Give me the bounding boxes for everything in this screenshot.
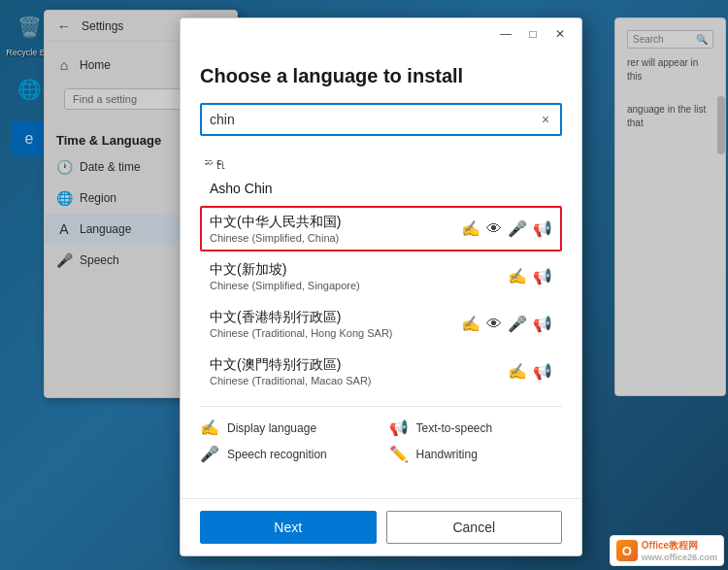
lang-zh-hk-sub: Chinese (Traditional, Hong Kong SAR) <box>210 327 393 339</box>
lang-zh-hk-icons: ✍ 👁 🎤 📢 <box>461 315 552 333</box>
modal-footer: Next Cancel <box>181 498 581 555</box>
lang-zh-cn-name: 中文(中华人民共和国) <box>210 214 341 231</box>
lang-item-zh-mo[interactable]: 中文(澳門特别行政區) Chinese (Traditional, Macao … <box>200 349 562 394</box>
mic-icon: 🎤 <box>508 219 527 238</box>
lang-item-zh-hk[interactable]: 中文(香港特别行政區) Chinese (Traditional, Hong K… <box>200 301 562 347</box>
language-search-input[interactable] <box>202 106 531 133</box>
legend-speech-label: Speech recognition <box>227 448 327 461</box>
lang-item-zh-hk-row: 中文(香港特别行政區) Chinese (Traditional, Hong K… <box>210 309 552 339</box>
legend-speech: 🎤 Speech recognition <box>200 445 374 463</box>
lang-asho-chin-name: Asho Chin <box>210 181 273 196</box>
lang-item-asho-chin-row: Asho Chin <box>210 181 552 196</box>
legend-tts: 📢 Text-to-speech <box>389 419 563 437</box>
ocr-icon: 👁 <box>486 220 502 238</box>
minimize-button[interactable]: — <box>492 20 519 48</box>
lang-item-asho-chin[interactable]: Asho Chin <box>200 173 562 204</box>
zh-hk-handwriting-icon: ✍ <box>461 315 480 333</box>
lang-group-header: ဆရုး <box>200 151 562 173</box>
watermark-text: Office教程网 www.office26.com <box>642 539 717 562</box>
search-clear-button[interactable]: × <box>531 105 560 134</box>
watermark-icon: O <box>616 540 638 561</box>
legend-handwriting-icon: ✏️ <box>389 445 409 463</box>
lang-zh-mo-sub: Chinese (Traditional, Macao SAR) <box>210 375 372 386</box>
lang-item-zh-sg-row: 中文(新加坡) Chinese (Simplified, Singapore) … <box>210 261 552 291</box>
cancel-button[interactable]: Cancel <box>386 511 563 544</box>
modal-titlebar: — □ ✕ <box>181 18 581 50</box>
lang-zh-hk-name: 中文(香港特别行政區) <box>210 309 393 326</box>
lang-zh-mo-icons: ✍ 📢 <box>508 362 552 381</box>
modal-body: Choose a language to install × ဆရုး Asho… <box>181 50 581 498</box>
search-box: × <box>200 103 562 136</box>
tts-icon: 📢 <box>533 219 552 238</box>
zh-sg-tts-icon: 📢 <box>533 267 552 285</box>
lang-item-zh-sg[interactable]: 中文(新加坡) Chinese (Simplified, Singapore) … <box>200 253 562 299</box>
lang-item-zh-cn[interactable]: 中文(中华人民共和国) Chinese (Simplified, China) … <box>200 206 562 251</box>
lang-zh-cn-icons: ✍ 👁 🎤 📢 <box>461 219 552 238</box>
zh-mo-tts-icon: 📢 <box>533 362 552 381</box>
lang-zh-mo-name: 中文(澳門特别行政區) <box>210 356 372 374</box>
legend-tts-label: Text-to-speech <box>416 421 493 435</box>
watermark-url: www.office26.com <box>642 553 717 562</box>
lang-item-zh-mo-row: 中文(澳門特别行政區) Chinese (Traditional, Macao … <box>210 356 552 386</box>
watermark-site: Office教程网 <box>642 539 717 553</box>
lang-item-zh-cn-row: 中文(中华人民共和国) Chinese (Simplified, China) … <box>210 214 552 244</box>
next-button[interactable]: Next <box>200 511 377 544</box>
legend-display-label: Display language <box>227 421 316 435</box>
zh-hk-ocr-icon: 👁 <box>486 316 502 333</box>
watermark: O Office教程网 www.office26.com <box>610 535 724 566</box>
zh-hk-tts-icon: 📢 <box>533 315 552 333</box>
legend-tts-icon: 📢 <box>389 419 409 437</box>
lang-zh-sg-icons: ✍ 📢 <box>508 267 552 285</box>
modal-dialog: — □ ✕ Choose a language to install × ဆရု… <box>180 17 582 556</box>
modal-title: Choose a language to install <box>200 65 562 87</box>
lang-zh-sg-name: 中文(新加坡) <box>210 261 360 279</box>
legend-handwriting: ✏️ Handwriting <box>389 445 563 463</box>
zh-sg-handwriting-icon: ✍ <box>508 267 527 285</box>
zh-hk-mic-icon: 🎤 <box>508 315 527 333</box>
lang-zh-cn-sub: Chinese (Simplified, China) <box>210 232 341 244</box>
close-button[interactable]: ✕ <box>546 20 574 48</box>
zh-mo-handwriting-icon: ✍ <box>508 362 527 381</box>
legend-section: ✍ Display language 📢 Text-to-speech 🎤 Sp… <box>200 406 562 463</box>
legend-handwriting-label: Handwriting <box>416 448 478 461</box>
legend-display-icon: ✍ <box>200 419 219 437</box>
legend-display-lang: ✍ Display language <box>200 419 374 437</box>
handwriting-icon: ✍ <box>461 219 480 238</box>
maximize-button[interactable]: □ <box>519 20 546 48</box>
legend-speech-icon: 🎤 <box>200 445 219 463</box>
lang-zh-sg-sub: Chinese (Simplified, Singapore) <box>210 280 360 291</box>
